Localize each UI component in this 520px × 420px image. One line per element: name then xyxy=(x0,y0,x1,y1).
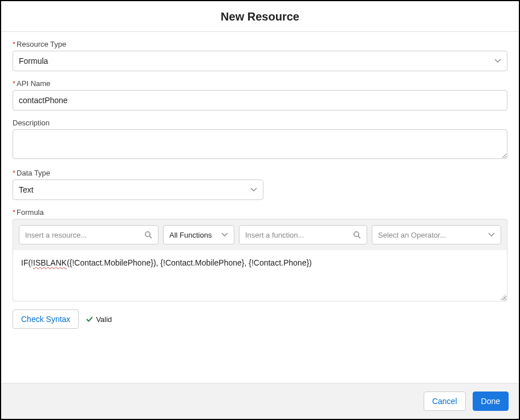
resource-type-field: Resource Type Formula xyxy=(13,40,507,71)
select-operator-placeholder: Select an Operator... xyxy=(378,231,446,239)
resource-type-label: Resource Type xyxy=(13,40,507,48)
done-button[interactable]: Done xyxy=(473,392,509,411)
resource-type-combobox[interactable]: Formula xyxy=(13,51,507,71)
api-name-label: API Name xyxy=(13,79,507,88)
svg-line-3 xyxy=(358,236,360,238)
formula-text-misspelled: ISBLANK xyxy=(33,258,67,267)
check-syntax-button[interactable]: Check Syntax xyxy=(13,309,79,329)
chevron-down-icon xyxy=(494,58,501,64)
api-name-field: API Name xyxy=(13,79,507,111)
select-operator-combobox[interactable]: Select an Operator... xyxy=(372,225,501,244)
data-type-label: Data Type xyxy=(13,169,507,177)
syntax-row: Check Syntax Valid xyxy=(13,309,507,329)
formula-text-prefix: IF(! xyxy=(21,258,33,267)
formula-field: Formula Insert a resource... All Functio… xyxy=(13,208,507,301)
cancel-button[interactable]: Cancel xyxy=(424,392,466,411)
formula-editor[interactable]: IF(!ISBLANK({!Contact.MobilePhone}), {!C… xyxy=(13,250,507,301)
svg-point-2 xyxy=(354,232,359,236)
chevron-down-icon xyxy=(221,231,228,238)
syntax-status: Valid xyxy=(86,315,112,324)
api-name-input[interactable] xyxy=(13,90,507,111)
new-resource-modal: New Resource Resource Type Formula API N… xyxy=(0,0,520,420)
resource-type-value: Formula xyxy=(19,56,48,66)
data-type-field: Data Type Text xyxy=(13,169,507,200)
checkmark-icon xyxy=(86,315,94,323)
formula-toolbar: Insert a resource... All Functions Inser… xyxy=(13,219,507,250)
insert-function-placeholder: Insert a function... xyxy=(245,231,304,239)
insert-function-combobox[interactable]: Insert a function... xyxy=(239,225,367,244)
insert-resource-placeholder: Insert a resource... xyxy=(25,231,87,239)
data-type-combobox[interactable]: Text xyxy=(13,180,263,200)
formula-label: Formula xyxy=(13,208,507,217)
search-icon xyxy=(353,231,361,239)
modal-body: Resource Type Formula API Name Descripti… xyxy=(1,32,519,383)
syntax-valid-label: Valid xyxy=(96,315,112,324)
function-category-combobox[interactable]: All Functions xyxy=(163,225,234,244)
modal-footer: Cancel Done xyxy=(1,383,519,419)
formula-text-suffix: ({!Contact.MobilePhone}), {!Contact.Mobi… xyxy=(67,258,312,267)
description-textarea[interactable] xyxy=(13,129,507,159)
svg-point-0 xyxy=(145,232,150,236)
modal-title: New Resource xyxy=(1,1,519,32)
chevron-down-icon xyxy=(488,231,495,238)
search-icon xyxy=(144,231,152,239)
insert-resource-combobox[interactable]: Insert a resource... xyxy=(19,225,159,244)
function-category-value: All Functions xyxy=(169,231,212,239)
chevron-down-icon xyxy=(250,186,257,193)
data-type-value: Text xyxy=(19,185,34,194)
description-label: Description xyxy=(13,119,507,127)
svg-line-1 xyxy=(149,236,152,238)
description-field: Description xyxy=(13,119,507,161)
